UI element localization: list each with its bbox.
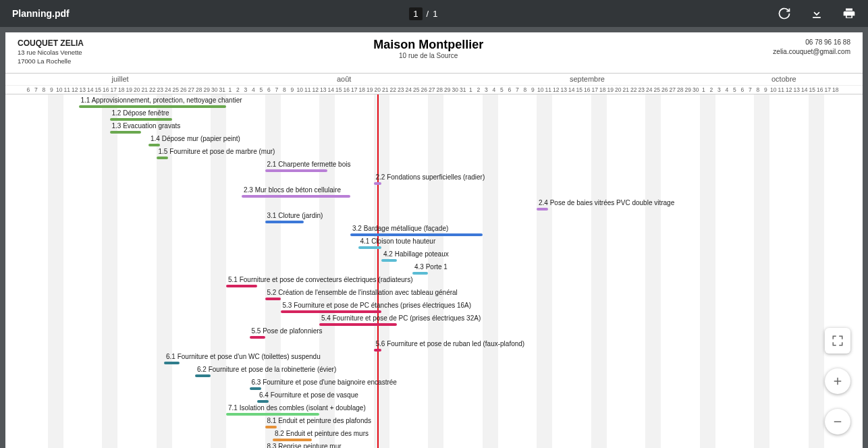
project-block: Maison Montpellier 10 rue de la Source xyxy=(373,38,483,59)
day-label: 9 xyxy=(762,86,770,93)
day-label: 9 xyxy=(48,86,56,93)
day-label: 11 xyxy=(545,86,553,93)
month-label: juillet xyxy=(112,75,129,83)
day-label: 8 xyxy=(521,86,529,93)
day-label: 19 xyxy=(126,86,134,93)
day-label: 6 xyxy=(506,86,514,93)
day-label: 21 xyxy=(381,86,389,93)
day-label: 26 xyxy=(180,86,188,93)
day-label: 18 xyxy=(117,86,126,93)
gantt-task-label: 2.3 Mur blocs de béton cellulaire xyxy=(244,186,341,194)
gantt-row: 1.3 Evacuation gravats xyxy=(5,123,863,136)
day-label: 6 xyxy=(265,86,273,93)
day-label: 1 xyxy=(700,86,708,93)
gantt-task-label: 8.2 Enduit et peinture des murs xyxy=(275,430,369,437)
gantt-row: 6.1 Fourniture et pose d'un WC (toilette… xyxy=(5,354,863,366)
day-label: 24 xyxy=(164,86,172,93)
gantt-row: 8.1 Enduit et peinture des plafonds xyxy=(5,418,863,430)
gantt-task-label: 6.1 Fourniture et pose d'un WC (toilette… xyxy=(166,353,321,360)
day-label: 13 xyxy=(319,86,327,93)
day-label: 12 xyxy=(312,86,320,93)
day-label: 8 xyxy=(754,86,762,93)
zoom-in-button[interactable] xyxy=(825,368,850,394)
project-address: 10 rue de la Source xyxy=(373,52,483,59)
day-label: 15 xyxy=(335,86,343,93)
fit-to-page-button[interactable] xyxy=(825,328,850,354)
gantt-row: 5.6 Fourniture et pose de ruban led (fau… xyxy=(5,341,863,354)
day-label: 25 xyxy=(172,86,180,93)
gantt-row: 2.3 Mur blocs de béton cellulaire xyxy=(5,187,863,200)
day-label: 25 xyxy=(412,86,421,93)
gantt-row: 6.2 Fourniture et pose de la robinetteri… xyxy=(5,366,863,379)
day-label: 19 xyxy=(607,86,615,93)
day-label: 3 xyxy=(242,86,250,93)
gantt-task-label: 8.1 Enduit et peinture des plafonds xyxy=(267,417,372,424)
zoom-out-button[interactable] xyxy=(825,409,850,435)
day-label: 17 xyxy=(110,86,118,93)
day-label: 16 xyxy=(343,86,351,93)
gantt-row: 4.1 Cloison toute hauteur xyxy=(5,238,863,251)
gantt-task-label: 2.1 Charpente fermette bois xyxy=(267,161,351,168)
day-label: 9 xyxy=(288,86,296,93)
gantt-row: 8.3 Reprise peinture mur xyxy=(5,443,863,448)
gantt-row: 4.2 Habillage poteaux xyxy=(5,251,863,264)
gantt-row: 8.2 Enduit et peinture des murs xyxy=(5,430,863,443)
download-icon[interactable] xyxy=(810,7,823,20)
gantt-task-label: 5.1 Fourniture et pose de convecteurs él… xyxy=(228,276,412,283)
day-label: 13 xyxy=(79,86,87,93)
gantt-row: 6.4 Fourniture et pose de vasque xyxy=(5,392,863,405)
day-label: 18 xyxy=(358,86,367,93)
day-label: 28 xyxy=(195,86,203,93)
gantt-row: 5.5 Pose de plafonniers xyxy=(5,328,863,341)
gantt-bar xyxy=(242,195,350,198)
page-sep: / xyxy=(427,9,429,19)
day-label: 29 xyxy=(203,86,211,93)
gantt-task-label: 4.1 Cloison toute hauteur xyxy=(360,237,436,245)
gantt-bar xyxy=(374,182,382,185)
gantt-bar xyxy=(157,157,168,159)
day-label: 17 xyxy=(824,86,832,93)
gantt-bar xyxy=(265,426,277,428)
day-label: 25 xyxy=(653,86,661,93)
rotate-icon[interactable] xyxy=(778,7,791,20)
day-label: 14 xyxy=(86,86,94,93)
day-label: 15 xyxy=(576,86,584,93)
gantt-bar xyxy=(148,144,160,146)
day-label: 28 xyxy=(676,86,684,93)
day-label: 15 xyxy=(94,86,103,93)
gantt-row: 3.1 Cloture (jardin) xyxy=(5,213,863,225)
gantt-task-label: 1.1 Approvisionnement, protection, netto… xyxy=(81,96,242,104)
day-label: 4 xyxy=(250,86,258,93)
gantt-row: 2.1 Charpente fermette bois xyxy=(5,161,863,174)
gantt-task-label: 8.3 Reprise peinture mur xyxy=(267,443,342,448)
month-label: septembre xyxy=(570,75,605,83)
gantt-row: 5.2 Création de l'ensemble de l'installa… xyxy=(5,289,863,302)
day-label: 1 xyxy=(467,86,475,93)
contact-phone: 06 78 96 16 88 xyxy=(773,38,850,47)
day-label: 17 xyxy=(350,86,358,93)
day-label: 7 xyxy=(273,86,281,93)
gantt-chart: juilletaoûtseptembreoctobre 678910111213… xyxy=(5,73,863,448)
gantt-row: 5.4 Fourniture et pose de PC (prises éle… xyxy=(5,315,863,328)
gantt-task-label: 1.3 Evacuation gravats xyxy=(112,122,181,130)
gantt-bar xyxy=(226,285,257,287)
day-label: 11 xyxy=(63,86,72,93)
gantt-bar xyxy=(358,246,382,249)
gantt-bar xyxy=(164,362,180,364)
gantt-row: 2.4 Pose de baies vitrées PVC double vit… xyxy=(5,200,863,213)
print-icon[interactable] xyxy=(842,7,856,20)
day-label: 30 xyxy=(692,86,700,93)
gantt-bar xyxy=(257,400,269,403)
day-label: 10 xyxy=(55,86,63,93)
day-label: 9 xyxy=(529,86,537,93)
gantt-task-label: 1.2 Dépose fenêtre xyxy=(112,109,169,117)
gantt-bar xyxy=(281,310,382,313)
gantt-bar xyxy=(381,259,397,262)
gantt-bar xyxy=(537,208,548,211)
gantt-task-label: 6.4 Fourniture et pose de vasque xyxy=(259,391,358,399)
day-label: 5 xyxy=(498,86,506,93)
day-label: 22 xyxy=(389,86,398,93)
gantt-task-label: 6.3 Fourniture et pose d'une baignoire e… xyxy=(252,379,397,386)
day-label: 27 xyxy=(669,86,677,93)
day-label: 11 xyxy=(304,86,312,93)
